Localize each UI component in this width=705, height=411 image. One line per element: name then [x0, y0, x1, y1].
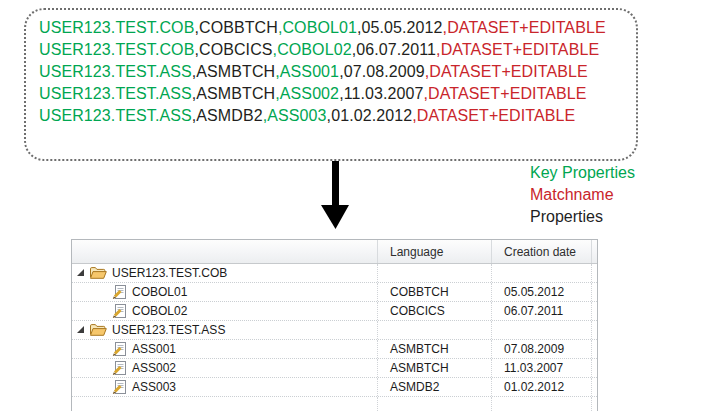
- language-cell: ASMDB2: [378, 378, 492, 396]
- column-header-language[interactable]: Language: [378, 240, 492, 263]
- filler-cell: [592, 397, 597, 411]
- record-line: USER123.TEST.ASS,ASMBTCH,ASS001,07.08.20…: [39, 61, 636, 83]
- table-row-dataset[interactable]: USER123.TEST.COB: [72, 264, 597, 283]
- record-field-properties: ,DATASET+EDITABLE: [424, 85, 587, 102]
- expander-icon[interactable]: [77, 326, 85, 334]
- tree-cell: ASS001: [72, 340, 378, 358]
- tree-cell: USER123.TEST.ASS: [72, 321, 378, 339]
- legend-key-properties: Key Properties: [530, 162, 635, 184]
- creation-date-cell: [492, 264, 592, 282]
- table-row-member[interactable]: COBOL01 COBBTCH 05.05.2012: [72, 283, 597, 302]
- record-line: USER123.TEST.ASS,ASMBTCH,ASS002,11.03.20…: [39, 83, 636, 105]
- record-field-date: ,06.07.2011: [352, 41, 436, 58]
- language-cell: [378, 264, 492, 282]
- record-line: USER123.TEST.COB,COBCICS,COBOL02,06.07.2…: [39, 39, 636, 61]
- record-field-dataset: USER123.TEST.COB: [39, 41, 194, 58]
- legend: Key Properties Matchname Properties: [530, 162, 635, 228]
- record-field-date: ,11.03.2007: [339, 85, 423, 102]
- filler-cell: [592, 302, 597, 320]
- creation-date-cell: 07.08.2009: [492, 340, 592, 358]
- record-field-member: ,ASS003: [263, 107, 327, 124]
- column-header-creation-date[interactable]: Creation date: [492, 240, 592, 263]
- record-field-date: ,05.05.2012: [357, 19, 443, 36]
- open-folder-icon: [89, 266, 107, 280]
- record-field-member: ,ASS001: [275, 63, 339, 80]
- record-field-matchname: ,COBCICS: [194, 41, 272, 58]
- record-field-properties: ,DATASET+EDITABLE: [425, 63, 588, 80]
- record-field-dataset: USER123.TEST.ASS: [39, 85, 192, 102]
- language-cell: COBCICS: [378, 302, 492, 320]
- language-cell: ASMBTCH: [378, 340, 492, 358]
- member-name: COBOL01: [132, 285, 187, 299]
- table-row-member[interactable]: ASS001 ASMBTCH 07.08.2009: [72, 340, 597, 359]
- filler-cell: [592, 340, 597, 358]
- record-field-properties: ,DATASET+EDITABLE: [436, 41, 599, 58]
- creation-date-cell: 05.05.2012: [492, 283, 592, 301]
- members-table: Language Creation date USER123.TEST.COB: [71, 239, 598, 411]
- tree-cell: [72, 397, 378, 411]
- expander-icon[interactable]: [77, 269, 85, 277]
- creation-date-cell: 06.07.2011: [492, 302, 592, 320]
- record-field-dataset: USER123.TEST.ASS: [39, 63, 192, 80]
- tree-cell: ASS002: [72, 359, 378, 377]
- record-field-matchname: ,ASMDB2: [192, 107, 263, 124]
- table-row-member[interactable]: COBOL02 COBCICS 06.07.2011: [72, 302, 597, 321]
- record-field-properties: ,DATASET+EDITABLE: [443, 19, 606, 36]
- creation-date-cell: [492, 397, 592, 411]
- record-field-member: ,COBOL02: [273, 41, 352, 58]
- member-document-pencil-icon: [112, 361, 127, 376]
- member-name: ASS001: [132, 342, 176, 356]
- member-name: ASS003: [132, 380, 176, 394]
- language-cell: [378, 321, 492, 339]
- table-row-empty: [72, 397, 597, 411]
- tree-cell: COBOL02: [72, 302, 378, 320]
- record-field-dataset: USER123.TEST.COB: [39, 19, 194, 36]
- language-cell: COBBTCH: [378, 283, 492, 301]
- filler-cell: [592, 359, 597, 377]
- down-arrow-icon: [318, 161, 352, 231]
- open-folder-icon: [89, 323, 107, 337]
- table-row-member[interactable]: ASS002 ASMBTCH 11.03.2007: [72, 359, 597, 378]
- tree-cell: ASS003: [72, 378, 378, 396]
- legend-properties: Properties: [530, 206, 635, 228]
- record-field-matchname: ,COBBTCH: [194, 19, 277, 36]
- record-field-member: ,COBOL01: [278, 19, 357, 36]
- table-header: Language Creation date: [72, 240, 597, 264]
- record-field-member: ,ASS002: [275, 85, 339, 102]
- diagram-canvas: USER123.TEST.COB,COBBTCH,COBOL01,05.05.2…: [0, 0, 705, 411]
- creation-date-cell: 01.02.2012: [492, 378, 592, 396]
- record-field-matchname: ,ASMBTCH: [192, 63, 275, 80]
- tree-cell: USER123.TEST.COB: [72, 264, 378, 282]
- legend-matchname: Matchname: [530, 184, 635, 206]
- member-document-pencil-icon: [112, 304, 127, 319]
- record-field-date: ,07.08.2009: [339, 63, 425, 80]
- record-field-matchname: ,ASMBTCH: [192, 85, 275, 102]
- language-cell: ASMBTCH: [378, 359, 492, 377]
- column-header-tree[interactable]: [72, 240, 378, 263]
- record-field-date: ,01.02.2012: [327, 107, 413, 124]
- tree-cell: COBOL01: [72, 283, 378, 301]
- record-field-dataset: USER123.TEST.ASS: [39, 107, 192, 124]
- column-header-filler: [592, 240, 597, 263]
- member-document-pencil-icon: [112, 342, 127, 357]
- language-cell: [378, 397, 492, 411]
- member-name: COBOL02: [132, 304, 187, 318]
- member-document-pencil-icon: [112, 380, 127, 395]
- record-field-properties: ,DATASET+EDITABLE: [412, 107, 575, 124]
- filler-cell: [592, 321, 597, 339]
- filler-cell: [592, 283, 597, 301]
- member-document-pencil-icon: [112, 285, 127, 300]
- record-line: USER123.TEST.ASS,ASMDB2,ASS003,01.02.201…: [39, 105, 636, 127]
- record-line: USER123.TEST.COB,COBBTCH,COBOL01,05.05.2…: [39, 17, 636, 39]
- table-row-dataset[interactable]: USER123.TEST.ASS: [72, 321, 597, 340]
- filler-cell: [592, 378, 597, 396]
- dataset-name: USER123.TEST.ASS: [112, 323, 225, 337]
- creation-date-cell: 11.03.2007: [492, 359, 592, 377]
- creation-date-cell: [492, 321, 592, 339]
- source-records-box: USER123.TEST.COB,COBBTCH,COBOL01,05.05.2…: [24, 8, 638, 161]
- dataset-name: USER123.TEST.COB: [112, 266, 227, 280]
- member-name: ASS002: [132, 361, 176, 375]
- table-row-member[interactable]: ASS003 ASMDB2 01.02.2012: [72, 378, 597, 397]
- filler-cell: [592, 264, 597, 282]
